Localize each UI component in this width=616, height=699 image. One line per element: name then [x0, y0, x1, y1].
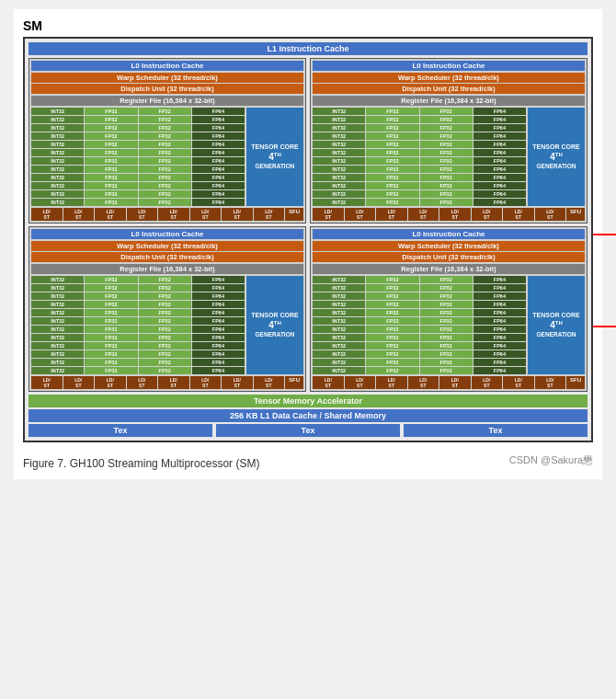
bottom-left-quadrant: L0 Instruction Cache Warp Scheduler (32 … [29, 226, 306, 392]
top-left-tensor-core: TENSOR CORE 4TH GENERATION [246, 108, 303, 206]
top-right-tensor-core: TENSOR CORE 4TH GENERATION [528, 108, 585, 206]
tex-unit-3: Tex [404, 424, 587, 437]
annotations: 第四代张量核心 L1数据cache与 共享内存结合 [593, 221, 616, 340]
top-right-compute: INT32FP32FP32FP64 INT32FP32FP32FP64 INT3… [313, 108, 585, 206]
figure-caption: Figure 7. GH100 Streaming Multiprocessor… [23, 457, 259, 470]
top-right-dispatch: Dispatch Unit (32 thread/clk) [313, 84, 585, 94]
bottom-two-col: L0 Instruction Cache Warp Scheduler (32 … [29, 226, 587, 392]
bottom-left-regfile: Register File (16,384 x 32-bit) [31, 264, 303, 274]
top-right-ldst-row: LD/ST LD/ST LD/ST LD/ST LD/ST LD/ST LD/S… [313, 208, 585, 221]
top-left-sfu: SFU [285, 208, 303, 221]
bottom-right-dispatch: Dispatch Unit (32 thread/clk) [313, 252, 585, 262]
top-right-regfile: Register File (16,384 x 32-bit) [313, 96, 585, 106]
top-left-l0: L0 Instruction Cache [31, 61, 303, 71]
bottom-left-compute: INT32FP32FP32FP64 INT32FP32FP32FP64 INT3… [31, 276, 303, 374]
top-right-quadrant: L0 Instruction Cache Warp Scheduler (32 … [310, 58, 587, 223]
top-left-warp: Warp Scheduler (32 thread/clk) [31, 73, 303, 83]
l1-instruction-cache: L1 Instruction Cache [29, 42, 587, 55]
bottom-right-ldst-row: LD/ST LD/ST LD/ST LD/ST LD/ST LD/ST LD/S… [313, 376, 585, 389]
page-wrapper: SM L1 Instruction Cache L0 Instruction C… [14, 9, 602, 479]
arrow-tensor-core [593, 221, 616, 248]
bottom-left-units: INT32FP32FP32FP64 INT32FP32FP32FP64 INT3… [31, 276, 245, 374]
top-left-quadrant: L0 Instruction Cache Warp Scheduler (32 … [29, 58, 306, 223]
bottom-left-warp: Warp Scheduler (32 thread/clk) [31, 241, 303, 251]
bottom-right-regfile: Register File (16,384 x 32-bit) [313, 264, 585, 274]
bottom-right-tensor-core: TENSOR CORE 4TH GENERATION [528, 276, 585, 374]
tex-row: Tex Tex Tex [29, 424, 587, 437]
top-left-dispatch: Dispatch Unit (32 thread/clk) [31, 84, 303, 94]
figure-caption-row: Figure 7. GH100 Streaming Multiprocessor… [23, 450, 593, 470]
bottom-left-ldst-row: LD/ST LD/ST LD/ST LD/ST LD/ST LD/ST LD/S… [31, 376, 303, 389]
top-left-ldst-row: LD/ST LD/ST LD/ST LD/ST LD/ST LD/ST LD/S… [31, 208, 303, 221]
arrow-l1-cache [593, 313, 616, 340]
bottom-right-units: INT32FP32FP32FP64 INT32FP32FP32FP64 INT3… [313, 276, 526, 374]
bottom-left-tensor-core: TENSOR CORE 4TH GENERATION [246, 276, 303, 374]
l1-data-cache: 256 KB L1 Data Cache / Shared Memory [29, 409, 587, 422]
top-left-units: INT32FP32FP32FP64 INT32FP32FP32FP64 INT3… [31, 108, 245, 206]
top-two-col: L0 Instruction Cache Warp Scheduler (32 … [29, 58, 587, 223]
bottom-left-sfu: SFU [285, 376, 303, 389]
tex-unit-2: Tex [216, 424, 400, 437]
top-right-units: INT32FP32FP32FP64 INT32FP32FP32FP64 INT3… [313, 108, 526, 206]
top-right-l0: L0 Instruction Cache [313, 61, 585, 71]
bottom-right-compute: INT32FP32FP32FP64 INT32FP32FP32FP64 INT3… [313, 276, 585, 374]
tex-unit-1: Tex [29, 424, 212, 437]
csdn-label: CSDN @Sakura懋 [509, 453, 593, 467]
top-right-warp: Warp Scheduler (32 thread/clk) [313, 73, 585, 83]
bottom-left-l0: L0 Instruction Cache [31, 229, 303, 239]
bottom-right-l0: L0 Instruction Cache [313, 229, 585, 239]
bottom-right-quadrant: L0 Instruction Cache Warp Scheduler (32 … [310, 226, 587, 392]
top-right-sfu: SFU [566, 208, 585, 221]
tensor-memory-accelerator: Tensor Memory Accelerator [29, 395, 587, 407]
bottom-right-warp: Warp Scheduler (32 thread/clk) [313, 241, 585, 251]
bottom-right-sfu: SFU [566, 376, 585, 389]
sm-label: SM [23, 18, 593, 33]
bottom-left-dispatch: Dispatch Unit (32 thread/clk) [31, 252, 303, 262]
top-left-compute: INT32FP32FP32FP64 INT32FP32FP32FP64 INT3… [31, 108, 303, 206]
top-left-regfile: Register File (16,384 x 32-bit) [31, 96, 303, 106]
sm-diagram: L1 Instruction Cache L0 Instruction Cach… [23, 37, 593, 442]
